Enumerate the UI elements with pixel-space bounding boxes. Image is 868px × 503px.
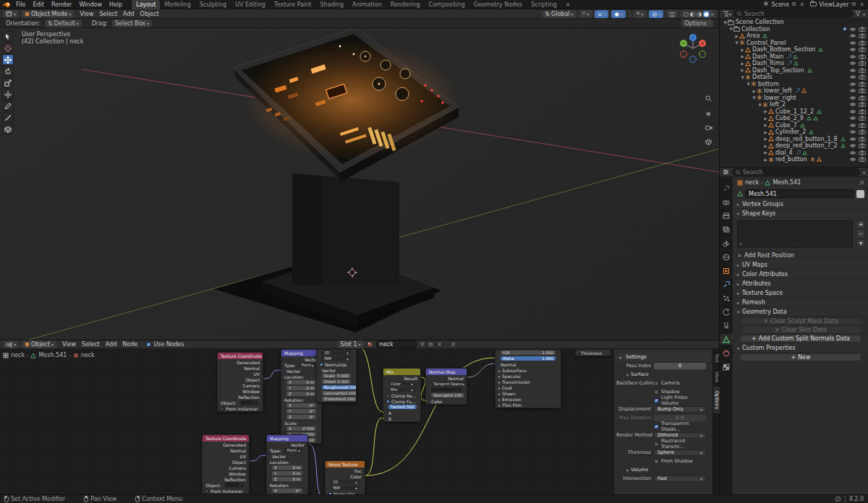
output-socket[interactable] [420, 377, 421, 379]
output-socket[interactable] [466, 377, 467, 379]
output-socket[interactable] [248, 443, 250, 446]
use-nodes-toggle[interactable]: ✓ Use Nodes [146, 341, 184, 348]
expand-arrow-icon[interactable]: ▶ [763, 150, 768, 155]
output-socket[interactable] [248, 460, 250, 463]
outliner-row[interactable]: ▼lower_right [720, 95, 868, 102]
pass-index-field[interactable]: 0 [654, 363, 706, 369]
properties-tab-modifiers[interactable] [720, 279, 733, 290]
hide-eye-icon[interactable] [849, 68, 856, 73]
disable-render-camera-icon[interactable] [859, 27, 866, 32]
scene-selector[interactable]: Scene [771, 1, 788, 8]
node-dropdown[interactable]: 3D▾ [331, 480, 359, 485]
viewport-canvas[interactable]: Y Z X User Perspective (42) Collection |… [0, 28, 719, 340]
eyedropper-icon[interactable]: ⟋ [239, 483, 242, 488]
fake-user-shield-button[interactable] [856, 190, 864, 198]
toggle-xray-button[interactable]: ◫ [666, 10, 678, 18]
outliner-row[interactable]: ▶Cube_1_12_2 [720, 108, 868, 116]
viewlayer-selector[interactable]: ViewLayer [819, 1, 848, 8]
node-mapping-2[interactable]: MappingVectorType:Point▾VectorLocation:X… [266, 434, 308, 494]
tool-annotate[interactable] [2, 100, 14, 111]
workspace-tab-texture-paint[interactable]: Texture Paint [270, 0, 316, 9]
node-checkbox[interactable] [205, 489, 209, 493]
workspace-tab-shading[interactable]: Shading [315, 0, 348, 9]
disable-render-camera-icon[interactable] [859, 143, 866, 148]
add-custom-split-normals-data-button[interactable]: +Add Custom Split Normals Data [740, 335, 861, 343]
section-attributes[interactable]: ▸Attributes [733, 279, 868, 288]
section-remesh[interactable]: ▸Remesh [733, 298, 868, 307]
outliner-row[interactable]: ▶Area [720, 33, 868, 40]
node-tex-coord-2[interactable]: Texture CoordinateGeneratedNormalUVObjec… [202, 434, 250, 494]
menu-help[interactable]: Help [106, 1, 126, 8]
drag-dropdown[interactable]: Select Box▾ [112, 20, 152, 27]
output-socket[interactable] [262, 395, 263, 398]
output-socket[interactable] [364, 475, 365, 478]
expand-arrow-icon[interactable]: ▶ [740, 54, 745, 59]
disable-render-camera-icon[interactable] [859, 157, 866, 162]
add-workspace-button[interactable]: + [561, 0, 575, 9]
outliner-row[interactable]: ▶Dash_Main [720, 53, 868, 61]
disable-render-camera-icon[interactable] [859, 54, 866, 59]
number-field[interactable]: Lacunarity2.000 [322, 391, 356, 395]
input-socket[interactable] [495, 363, 497, 366]
raytraced-transmi--checkbox[interactable] [654, 442, 659, 447]
number-field[interactable]: Z0° [286, 415, 316, 419]
workspace-tab-sculpting[interactable]: Sculpting [195, 0, 231, 9]
shader-node-canvas[interactable]: neck› Mesh.541› neck Texture CoordinateG… [0, 349, 613, 494]
number-field[interactable]: Strength0.150 [431, 393, 464, 397]
outliner-row[interactable]: ▶dial_4 [720, 150, 868, 157]
tool-measure[interactable] [2, 112, 14, 123]
eyedropper-icon[interactable]: ⟋ [252, 400, 255, 405]
menu-render[interactable]: Render [48, 1, 75, 8]
new-button[interactable]: +New [740, 353, 861, 361]
node-header[interactable]: Mapping [267, 435, 307, 442]
transform-orientation-dropdown[interactable]: ⇅ Global▾ [542, 10, 576, 18]
properties-tab-view-layer[interactable] [720, 224, 733, 235]
menu-file[interactable]: File [12, 1, 29, 8]
node-output-1[interactable]: Thickness [575, 349, 611, 356]
output-socket[interactable] [262, 390, 263, 392]
mode-selector[interactable]: Object Mode▾ [22, 10, 74, 18]
panel-settings[interactable]: ▾Settings [616, 353, 710, 361]
number-field[interactable]: Roughness0.500 [322, 385, 356, 390]
outliner-row[interactable]: ▼Control_Panel [720, 40, 868, 47]
outliner-row[interactable]: ▶lower_left [720, 87, 868, 95]
show-gizmo-toggle[interactable]: ⌖▾ [634, 10, 647, 18]
outliner-row[interactable]: ▶deep_red_button_7_2 [720, 142, 868, 150]
new-viewlayer-button[interactable]: ⧉ [851, 1, 857, 8]
shading-solid-button[interactable]: ◐ [690, 11, 695, 17]
section-vertex-groups[interactable]: ▸Vertex Groups [733, 199, 868, 209]
hide-eye-icon[interactable] [849, 82, 856, 87]
hide-eye-icon[interactable] [849, 33, 856, 38]
menu-edit[interactable]: Edit [29, 1, 48, 8]
disable-render-camera-icon[interactable] [859, 102, 866, 107]
output-socket[interactable] [262, 384, 263, 387]
outliner-row[interactable]: ▶deep_red_button_1_8 [720, 136, 868, 143]
use-nodes-checkbox[interactable]: ✓ [146, 342, 151, 347]
breadcrumb-object[interactable]: neck [745, 179, 759, 186]
light-probe-volume-checkbox[interactable]: ✓ [654, 398, 659, 403]
shape-key-specials-dropdown[interactable]: ▾ [856, 239, 865, 247]
hide-eye-icon[interactable] [849, 143, 856, 148]
node-dropdown[interactable]: Point▾ [299, 363, 316, 368]
expand-arrow-icon[interactable]: ▶ [763, 116, 768, 121]
node-noise-2[interactable]: Noise TextureFacColor3D▾fBM▾✓NormalizeVe… [325, 460, 365, 494]
shading-wireframe-button[interactable]: ○ [684, 11, 689, 17]
hide-eye-icon[interactable] [849, 157, 856, 162]
tool-cursor[interactable] [2, 43, 14, 53]
shader-menu-view[interactable]: View [59, 341, 79, 348]
disable-render-camera-icon[interactable] [859, 129, 866, 134]
menu-window[interactable]: Window [75, 1, 106, 8]
outliner-row[interactable]: ▼Scene Collection [720, 19, 868, 26]
workspace-tab-compositing[interactable]: Compositing [425, 0, 469, 9]
disable-render-camera-icon[interactable] [859, 68, 866, 73]
disable-render-camera-icon[interactable] [859, 109, 866, 114]
output-socket[interactable] [262, 372, 263, 375]
number-field[interactable]: Y0 m [286, 386, 316, 390]
checkbox-row[interactable]: Clamp Result [383, 392, 420, 398]
input-socket[interactable] [576, 351, 577, 354]
outliner-row[interactable]: ▼left_2 [720, 101, 868, 108]
input-socket[interactable] [426, 400, 427, 403]
zoom-icon[interactable] [702, 93, 715, 105]
material-slot-dropdown[interactable]: Slot 1▾ [338, 340, 364, 348]
outliner-row[interactable]: ▶Cylinder_2 [720, 129, 868, 136]
